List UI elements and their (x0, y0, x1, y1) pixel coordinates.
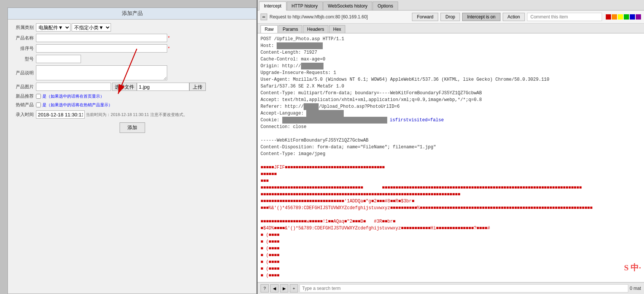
search-next-button[interactable]: ▶ (280, 284, 288, 292)
model-input[interactable] (36, 55, 81, 63)
tab-intercept[interactable]: Intercept (259, 2, 286, 11)
required-star-rank: * (168, 46, 170, 51)
image-path-input[interactable] (36, 83, 111, 91)
comment-input[interactable] (527, 13, 602, 21)
tab-http-history[interactable]: HTTP history (287, 2, 323, 10)
form-title: 添加产品 (8, 8, 256, 20)
upload-button[interactable]: 上传 (189, 83, 206, 91)
req-line-origin: Origin: http:// (261, 63, 641, 69)
category-select[interactable]: 电脑配件▼ (36, 23, 70, 32)
req-binary-6: ■■■■■■■■■■■■■■■■■■■■■■■■■■■■■■■'1ADDQa■"… (261, 198, 641, 205)
req-binary-9: ■$4D%■■■■&'()*5&789:CDEFGHIJSTUVWXYZcdef… (261, 225, 641, 232)
req-line-content-length: Content-Length: 71927 (261, 49, 641, 56)
form-panel: 添加产品 所属类别 电脑配件▼ 不指定小类▼ 产品名称 * (7, 8, 257, 294)
entry-time-label: 录入时间 (12, 112, 36, 118)
edit-icon[interactable]: ✏ (261, 14, 267, 20)
color-red[interactable] (606, 14, 611, 20)
tab-params[interactable]: Params (279, 25, 302, 33)
content-tabs: Raw Params Headers Hex (258, 24, 644, 33)
req-line-ua: User-Agent: Mozilla/5.0 (Windows NT 6.1;… (261, 76, 641, 83)
req-line-empty3 (261, 211, 641, 218)
request-body[interactable]: POST /Upfile_Photo.asp HTTP/1.1 Host: Co… (258, 33, 644, 282)
new-recommend-checkbox[interactable] (36, 94, 41, 99)
hot-recommend-row: 热销产品 是（如果选中的话将在热销产品显示） (12, 102, 253, 108)
product-name-input[interactable] (36, 34, 167, 42)
category-row: 所属类别 电脑配件▼ 不指定小类▼ (12, 23, 253, 32)
intercept-button[interactable]: Intercept is on (462, 13, 500, 21)
hot-recommend-checkbox-row: 是（如果选中的话将在热销产品显示） (36, 102, 112, 108)
req-binary-11: ■ (■■■■ (261, 238, 641, 245)
req-line-ct-image: Content-Type: image/jpeg (261, 151, 641, 157)
drop-button[interactable]: Drop (440, 13, 460, 21)
search-input[interactable] (300, 284, 628, 292)
tab-options[interactable]: Options (373, 2, 398, 10)
new-recommend-label: 新品推荐 (12, 93, 36, 100)
req-binary-12: ■ (■■■■ (261, 245, 641, 252)
req-binary-15: ■ (■■■■ (261, 265, 641, 272)
hot-recommend-link[interactable]: 是（如果选中的话将在热销产品显示） (42, 102, 112, 108)
color-orange[interactable] (612, 14, 617, 20)
hot-recommend-checkbox[interactable] (36, 103, 41, 107)
new-recommend-row: 新品推荐 是（如果选中的话将在首页显示） (12, 93, 253, 100)
forward-button[interactable]: Forward (412, 13, 438, 21)
subcategory-select[interactable]: 不指定小类▼ (72, 23, 111, 32)
search-help-button[interactable]: ? (261, 284, 269, 292)
req-binary-16: ■ (■■■■ (261, 272, 641, 279)
sogou-icon: S 中· (624, 262, 641, 273)
category-label: 所属类别 (12, 24, 36, 31)
req-line-host: Host: (261, 42, 641, 49)
burp-top-tabs: Intercept HTTP history WebSockets histor… (258, 0, 644, 11)
req-line-accept-lang: Accept-Language: (261, 110, 641, 117)
description-label: 产品说明 (12, 70, 36, 76)
req-binary-5: ■■■■■■■■■■■■■■■■■■■■■■■■■■■■■■■■■■■■■■■■… (261, 191, 641, 198)
image-label: 产品图片 (12, 84, 36, 90)
tab-websockets-history[interactable]: WebSockets history (323, 2, 373, 10)
req-line-empty1 (261, 130, 641, 137)
req-line-1: POST /Upfile_Photo.asp HTTP/1.1 (261, 36, 641, 42)
new-recommend-link[interactable]: 是（如果选中的话将在首页显示） (42, 93, 104, 99)
burp-panel: Intercept HTTP history WebSockets histor… (257, 0, 644, 294)
req-line-empty2 (261, 157, 641, 164)
file-select-button[interactable]: 选择文件 (112, 83, 137, 91)
rank-row: 排序号 * (12, 44, 253, 53)
color-green[interactable] (624, 14, 629, 20)
rank-label: 排序号 (12, 45, 36, 52)
add-button[interactable]: 添加 (120, 122, 145, 133)
color-purple[interactable] (636, 14, 641, 20)
req-binary-1: ■■■■■JFIF■■■■■■■■■■■■■■■■■■■■■■■■■■■■■■■… (261, 164, 641, 171)
req-line-upgrade: Upgrade-Insecure-Requests: 1 (261, 69, 641, 76)
req-binary-4: ■■■■■■■■■■■■■■■■■■■■■■■■■■■■■■■■■■■■■■ ■… (261, 184, 641, 191)
tab-hex[interactable]: Hex (329, 25, 345, 33)
search-plus-button[interactable]: + (290, 284, 298, 292)
action-button[interactable]: Action (503, 13, 525, 21)
color-blue[interactable] (630, 14, 635, 20)
new-recommend-checkbox-row: 是（如果选中的话将在首页显示） (36, 93, 104, 99)
req-binary-10: ■ (■■■■ (261, 232, 641, 238)
model-row: 型号 (12, 55, 253, 63)
req-line-content-type: Content-Type: multipart/form-data; bound… (261, 90, 641, 96)
req-binary-8: ■■■■■■■■■■■■■■■■■w■■■■■!1■■AQaq■"2■■■B■ … (261, 218, 641, 225)
req-binary-14: ■ (■■■■ (261, 259, 641, 265)
rank-input[interactable] (36, 44, 167, 53)
req-binary-2: ■■■■■■ (261, 171, 641, 178)
req-line-boundary: ------WebKitFormBoundaryFJS5YZ1QZ7GcbwAB (261, 137, 641, 144)
file-name-display (137, 83, 189, 91)
product-name-label: 产品名称 (12, 35, 36, 41)
req-binary-3: ■■■ (261, 178, 641, 184)
req-line-accept: Accept: text/html,application/xhtml+xml,… (261, 96, 641, 103)
description-textarea[interactable] (36, 65, 167, 80)
req-line-referer: Referer: http:// /Upload_Photo.asp?Photo… (261, 103, 641, 110)
color-yellow[interactable] (618, 14, 623, 20)
req-line-safari: Safari/537.36 SE 2.X MetaSr 1.0 (261, 83, 641, 90)
tab-raw[interactable]: Raw (261, 25, 278, 33)
req-line-connection: Connection: close (261, 124, 641, 130)
entry-time-note: 当前时间为：2018-12-18 11:30:11 注意不要改变格式。 (86, 112, 187, 118)
color-squares (606, 14, 641, 20)
request-info: Request to http://www.hfbjb.com:80 [60.1… (270, 14, 410, 20)
req-line-disposition: Content-Disposition: form-data; name="Fi… (261, 144, 641, 151)
search-prev-button[interactable]: ◀ (270, 284, 279, 292)
tab-headers[interactable]: Headers (303, 25, 328, 33)
req-binary-7: ■■■%&'()*456789:CDEFGHIJSTUVWXYZcdefghij… (261, 205, 641, 211)
entry-time-input[interactable] (36, 110, 85, 119)
hot-recommend-label: 热销产品 (12, 102, 36, 108)
